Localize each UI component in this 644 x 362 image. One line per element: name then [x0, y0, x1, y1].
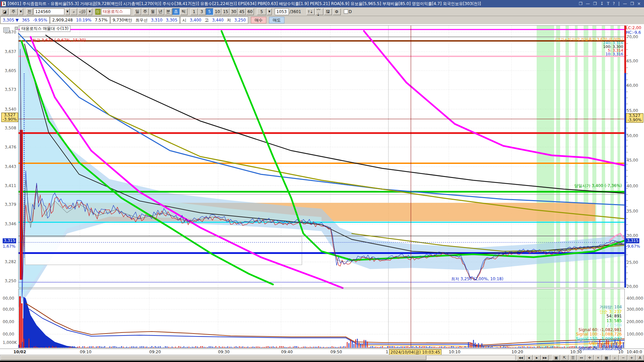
speaker-icon[interactable]: ◁)) [78, 8, 87, 15]
period-combo[interactable]: 주 [9, 8, 18, 15]
period-button-초[interactable]: 초 [172, 8, 180, 15]
period-button-년[interactable]: 년 [157, 8, 164, 15]
volume-right-label-2: 200,000 [627, 319, 643, 324]
window-control-icon-6[interactable]: | [618, 1, 620, 6]
period-button-틱[interactable]: 틱 [180, 8, 187, 15]
interval-buttons: 1351015304560 [191, 8, 254, 15]
window-control-icon-9[interactable]: × [637, 1, 641, 6]
line-style-icon[interactable]: 〰⇣ [315, 8, 323, 15]
interval-button-30[interactable]: 30 [230, 8, 237, 15]
buy-button[interactable]: 매수 [251, 17, 266, 23]
interval-button-1[interactable]: 1 [191, 8, 198, 15]
quote-grid-icon[interactable] [3, 27, 9, 33]
search-icon[interactable]: ⌕ [70, 8, 77, 15]
nav-button-2[interactable]: ▶ [533, 355, 541, 360]
window-control-icon-3[interactable]: ↧ [600, 1, 603, 6]
d-checkbox[interactable] [344, 9, 348, 14]
statusbar-tool-icon-3[interactable]: ↔ [577, 355, 585, 360]
period-combo-arrow[interactable]: ▼ [18, 8, 23, 15]
interval-button-60[interactable]: 60 [246, 8, 254, 15]
period-button-분[interactable]: 분 [165, 8, 172, 15]
title-bar[interactable]: 1 [0601] 주식종합차트 - 유통비율[55.3] 거래대금[9,728(… [0, 0, 644, 7]
price-change: 365 [22, 18, 30, 22]
statusbar-tool-icon-8[interactable]: − [619, 355, 627, 360]
left-axis-tick-5: 3,508 [5, 126, 16, 130]
time-label-09:10: 09:10 [80, 350, 92, 354]
count-combo[interactable]: 5 [257, 8, 266, 15]
chart-scrollbar[interactable] [0, 355, 516, 360]
right-axis-tick-9: 25,00 [627, 260, 638, 265]
interval-button-5[interactable]: 5 [206, 8, 213, 15]
new-stock-badge: 신 [95, 9, 101, 15]
high-annotation: 최고 3,670 (-9,67%, 15:30) [32, 38, 86, 43]
chart-canvas[interactable] [0, 24, 644, 355]
statusbar-tool-icon-6[interactable]: ▦ [602, 355, 610, 360]
indicator-label[interactable]: 태웅로직스 매물대 수(13) [19, 25, 70, 32]
left-axis-tick-12: 3,250 [5, 279, 16, 283]
scrollbar-thumb[interactable] [0, 355, 426, 360]
nav-button-3[interactable]: ▶▶ [541, 355, 549, 360]
speaker-drop-arrow[interactable]: ▼ [88, 8, 92, 15]
window-control-icon-2[interactable]: ❐ [593, 1, 597, 6]
period-button-일[interactable]: 일 [134, 8, 141, 15]
statusbar-tool-icon-1[interactable]: ⇱ [560, 355, 569, 360]
volume-pct: 10.19% [76, 18, 92, 22]
window-control-icon-1[interactable]: — [586, 1, 590, 6]
volume-legend-line-7: Signal 150: -1,090,037 [576, 337, 622, 342]
sell-button[interactable]: 매도 [269, 17, 284, 23]
statusbar-tool-icon-9[interactable]: + [628, 355, 636, 360]
window-mode-icon[interactable]: ◪ [1, 8, 8, 15]
bar-index-field[interactable]: 1053 [275, 8, 289, 15]
count-combo-arrow[interactable]: ▼ [267, 8, 272, 15]
volume-right-label-3: 100,000 [627, 332, 643, 337]
statusbar-tool-icon-0[interactable]: ▣ [552, 355, 560, 360]
current-price: 3,305 ▼ [3, 18, 18, 22]
period-button-월[interactable]: 월 [149, 8, 157, 15]
volume-left-label-4: 1,000K [3, 340, 17, 345]
settings-gear-icon[interactable]: ⚙ [333, 8, 341, 15]
stock-name-field[interactable]: 태웅로직스 [101, 8, 131, 15]
save-icon[interactable]: 🖫 [324, 8, 332, 15]
time-label-10: 10 [618, 350, 623, 354]
code-drop-arrow[interactable]: ▼ [65, 8, 70, 15]
overlay-ma-legend: (고가+저가)/2 전일종가 3,670 (0.00%)240: 3,31610… [555, 38, 623, 56]
statusbar-tool-icon-2[interactable]: ☰ [569, 355, 577, 360]
statusbar-tool-icon-4[interactable]: ✛ [586, 355, 594, 360]
period-button-주[interactable]: 주 [142, 8, 149, 15]
statusbar-tool-icon-5[interactable]: ⌖ [594, 355, 602, 360]
chart-area[interactable]: 태웅로직스 매물대 수(13) 최고 3,670 (-9,67%, 15:30)… [0, 24, 644, 355]
volume-right-label-0: 400,000 [627, 296, 643, 301]
right-axis-tick-8: 30,00 [627, 233, 638, 238]
stock-code-input[interactable]: 124560 [34, 8, 64, 15]
window-control-icon-0[interactable]: ❐ [579, 1, 583, 6]
window-control-icon-5[interactable]: ? [613, 1, 615, 6]
interval-button-10[interactable]: 10 [214, 8, 221, 15]
current-price-box-left: 3,315 [3, 238, 16, 243]
window-control-icon-4[interactable]: T [607, 1, 609, 6]
window-control-icon-8[interactable]: ❐ [630, 1, 634, 6]
best-ask: 3,310 [151, 18, 162, 22]
statusbar-tool-icon-10[interactable]: A [636, 355, 644, 360]
volume-left-label-2: 00,00 [3, 319, 14, 324]
low-annotation: 최저 3,250 (2,00%, 10:18) [451, 276, 503, 282]
candle-style-icon[interactable]: ⫯⇣ [307, 8, 315, 15]
volume-right-label-1: 300,000 [627, 307, 643, 312]
window-control-icon-7[interactable]: — [623, 1, 627, 6]
nav-button-1[interactable]: ◀ [525, 355, 533, 360]
nav-button-0[interactable]: ◀◀ [517, 355, 525, 360]
interval-button-15[interactable]: 15 [222, 8, 229, 15]
interval-button-45[interactable]: 45 [238, 8, 246, 15]
right-axis-tick-7: 35,00 [627, 209, 638, 214]
chart-toolbar: ◪ 주 ▼ 전 124560 ▼ ⌕ ◁)) ▼ 신 태웅로직스 일주월년분초틱… [0, 7, 644, 16]
statusbar-tool-icon-7[interactable]: ⌕ [611, 355, 619, 360]
high-value: 3,440 [212, 18, 223, 22]
volume-legend-line-0: 거래량: 104 [576, 305, 622, 310]
open-value: 3,400 [190, 18, 201, 22]
interval-button-3[interactable]: 3 [198, 8, 206, 15]
period-buttons: 일주월년분초틱 [134, 8, 187, 15]
left-axis-tick-4: 3,540 [5, 107, 16, 112]
high-label: 고 [205, 17, 209, 23]
left-axis-tick-3: 3,573 [5, 87, 16, 92]
indicator-toggle-icon[interactable] [15, 27, 18, 30]
prev-stock-button[interactable]: 전 [26, 8, 33, 15]
